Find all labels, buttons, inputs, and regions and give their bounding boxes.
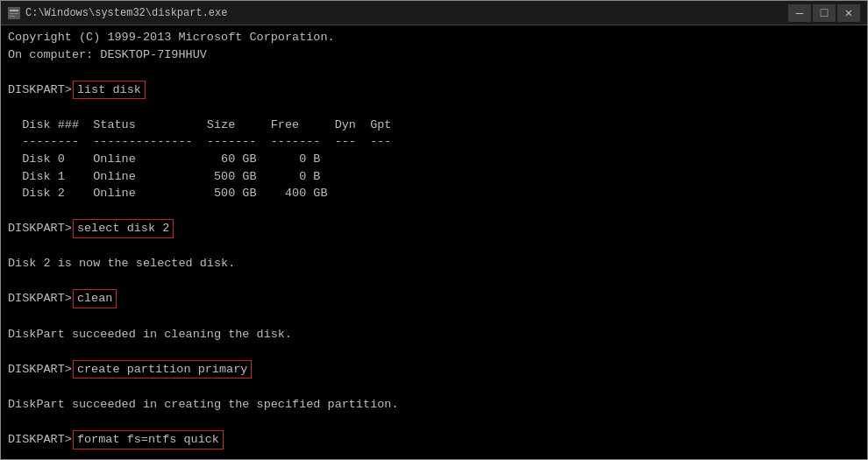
svg-rect-1 bbox=[10, 10, 18, 11]
command-text: format fs=ntfs quick bbox=[73, 430, 224, 449]
empty-line bbox=[8, 308, 860, 326]
command-line: DISKPART> format fs=ntfs quick bbox=[8, 430, 860, 449]
command-text: create partition primary bbox=[73, 360, 252, 379]
console-line: On computer: DESKTOP-7I9HHUV bbox=[8, 46, 860, 64]
command-line: DISKPART> list disk bbox=[8, 81, 860, 100]
empty-line bbox=[8, 413, 860, 430]
window-icon bbox=[8, 7, 20, 19]
diskpart-prompt: DISKPART> bbox=[8, 431, 72, 449]
console-line: DiskPart succeeded in creating the speci… bbox=[8, 396, 860, 414]
command-line: DISKPART> clean bbox=[8, 289, 860, 308]
empty-line bbox=[8, 63, 860, 81]
empty-line bbox=[8, 202, 860, 220]
svg-rect-3 bbox=[10, 16, 15, 17]
console-line: -------- -------------- ------- ------- … bbox=[8, 133, 860, 151]
console-line: DiskPart succeeded in cleaning the disk. bbox=[8, 326, 860, 343]
window-title: C:\Windows\system32\diskpart.exe bbox=[25, 7, 227, 19]
command-text: select disk 2 bbox=[73, 219, 174, 238]
empty-line bbox=[8, 272, 860, 290]
console-line: Disk 0 Online 60 GB 0 B bbox=[8, 151, 860, 168]
title-bar-controls: — □ ✕ bbox=[788, 4, 860, 22]
console-line: Disk 2 Online 500 GB 400 GB bbox=[8, 185, 860, 202]
console-line: Disk ### Status Size Free Dyn Gpt bbox=[8, 117, 860, 134]
command-line: DISKPART> create partition primary bbox=[8, 360, 860, 379]
title-bar-left: C:\Windows\system32\diskpart.exe bbox=[8, 7, 227, 19]
console-line: Disk 2 is now the selected disk. bbox=[8, 255, 860, 272]
maximize-button[interactable]: □ bbox=[813, 4, 836, 22]
diskpart-prompt: DISKPART> bbox=[8, 361, 72, 379]
console-line: Disk 1 Online 500 GB 0 B bbox=[8, 168, 860, 186]
diskpart-prompt: DISKPART> bbox=[8, 290, 72, 308]
svg-rect-2 bbox=[10, 13, 18, 14]
console-output: Copyright (C) 1999-2013 Microsoft Corpor… bbox=[1, 25, 867, 459]
empty-line bbox=[8, 343, 860, 360]
diskpart-prompt: DISKPART> bbox=[8, 81, 72, 99]
empty-line bbox=[8, 379, 860, 396]
empty-line bbox=[8, 99, 860, 117]
cmd-window: C:\Windows\system32\diskpart.exe — □ ✕ C… bbox=[0, 0, 868, 460]
close-button[interactable]: ✕ bbox=[837, 4, 860, 22]
command-line: DISKPART> select disk 2 bbox=[8, 219, 860, 238]
diskpart-prompt: DISKPART> bbox=[8, 220, 72, 237]
command-text: clean bbox=[73, 289, 117, 308]
title-bar: C:\Windows\system32\diskpart.exe — □ ✕ bbox=[1, 1, 867, 25]
empty-line bbox=[8, 238, 860, 256]
console-line: Copyright (C) 1999-2013 Microsoft Corpor… bbox=[8, 29, 860, 46]
empty-line bbox=[8, 449, 860, 460]
minimize-button[interactable]: — bbox=[788, 4, 811, 22]
command-text: list disk bbox=[73, 81, 146, 100]
